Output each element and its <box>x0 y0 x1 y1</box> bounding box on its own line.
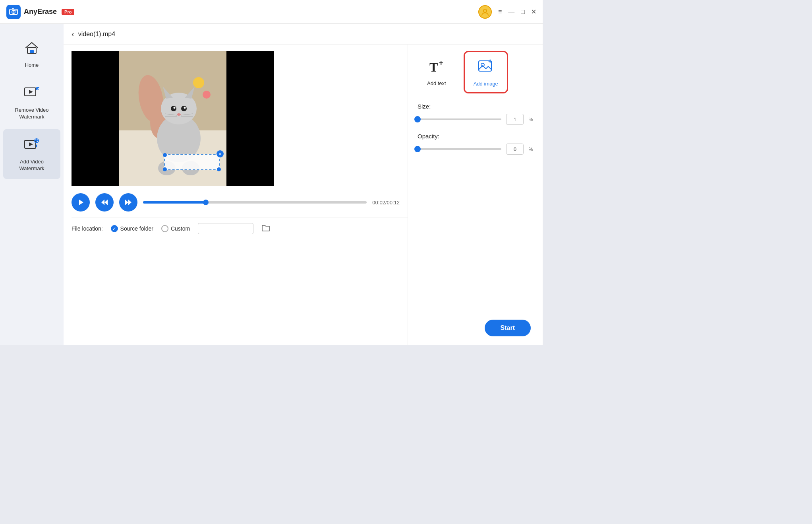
opacity-value-box: 0 <box>506 144 524 155</box>
rewind-button[interactable] <box>95 193 114 212</box>
svg-marker-39 <box>101 200 104 205</box>
size-label: Size: <box>418 103 533 110</box>
handle-bl[interactable] <box>163 167 167 171</box>
svg-marker-40 <box>104 200 108 205</box>
opacity-value: 0 <box>514 146 516 152</box>
opacity-slider[interactable] <box>418 148 501 150</box>
time-display: 00:02/00:12 <box>372 200 400 206</box>
opacity-label: Opacity: <box>418 133 533 140</box>
logo-icon <box>6 5 21 19</box>
svg-text:+: + <box>439 59 443 67</box>
opacity-pct: % <box>528 146 533 152</box>
custom-radio[interactable] <box>161 225 168 232</box>
selection-box[interactable]: ✕ <box>164 154 220 170</box>
content-header: ‹ video(1).mp4 <box>64 24 543 45</box>
size-pct: % <box>528 116 533 122</box>
custom-path-input[interactable] <box>198 223 253 234</box>
user-avatar[interactable] <box>478 5 492 19</box>
source-folder-option[interactable]: Source folder <box>111 225 153 232</box>
add-text-button[interactable]: T + Add text <box>418 51 456 93</box>
svg-marker-38 <box>79 200 83 205</box>
svg-text:+: + <box>488 58 492 64</box>
sidebar-item-remove-video[interactable]: ✕ Remove VideoWatermark <box>3 78 60 128</box>
opacity-slider-row: 0 % <box>418 144 533 155</box>
titlebar-right: ≡ — □ ✕ <box>478 5 536 19</box>
svg-point-27 <box>174 107 176 109</box>
size-thumb[interactable] <box>414 116 421 122</box>
handle-tl[interactable] <box>163 153 167 157</box>
sidebar-home-label: Home <box>25 62 39 69</box>
size-slider[interactable] <box>418 118 501 120</box>
size-slider-row: 1 % <box>418 114 533 125</box>
svg-point-37 <box>203 91 211 99</box>
content-area: ‹ video(1).mp4 <box>64 24 543 345</box>
fast-forward-button[interactable] <box>119 193 137 212</box>
svg-marker-9 <box>29 90 33 94</box>
custom-option[interactable]: Custom <box>161 225 190 232</box>
video-black-left <box>72 51 119 186</box>
sidebar-remove-label: Remove VideoWatermark <box>15 107 48 120</box>
svg-text:T: T <box>429 60 438 74</box>
add-text-label: Add text <box>427 80 446 86</box>
selection-close-button[interactable]: ✕ <box>217 150 224 157</box>
add-image-button[interactable]: + Add image <box>464 51 508 93</box>
play-button[interactable] <box>72 193 90 212</box>
video-panel: ✕ <box>64 45 408 345</box>
remove-video-icon: ✕ <box>23 85 40 104</box>
svg-marker-13 <box>29 142 33 146</box>
svg-text:✕: ✕ <box>37 87 40 91</box>
folder-browse-button[interactable] <box>261 223 270 234</box>
add-image-label: Add image <box>474 81 498 87</box>
svg-point-5 <box>483 9 487 12</box>
file-location-bar: File location: Source folder Custom <box>72 217 408 240</box>
sidebar-item-add-video[interactable]: Add VideoWatermark <box>3 129 60 179</box>
menu-icon[interactable]: ≡ <box>498 8 502 16</box>
svg-marker-42 <box>128 200 131 205</box>
main-layout: Home ✕ Remove VideoWatermark <box>0 24 543 345</box>
pro-badge: Pro <box>62 9 74 15</box>
svg-point-29 <box>177 113 181 116</box>
sidebar-add-label: Add VideoWatermark <box>19 159 44 172</box>
svg-point-28 <box>184 107 186 109</box>
video-area: ✕ <box>64 45 543 345</box>
right-panel: T + Add text <box>408 45 543 345</box>
add-text-icon: T + <box>428 57 445 78</box>
sidebar-item-home[interactable]: Home <box>3 33 60 76</box>
svg-point-26 <box>181 106 187 111</box>
add-video-icon <box>23 136 40 155</box>
svg-point-25 <box>171 106 176 111</box>
maximize-icon[interactable]: □ <box>521 8 525 16</box>
svg-point-2 <box>13 11 14 12</box>
svg-rect-7 <box>30 50 34 53</box>
minimize-icon[interactable]: — <box>508 8 514 16</box>
source-folder-radio[interactable] <box>111 225 118 232</box>
file-location-label: File location: <box>72 225 103 232</box>
video-frame: ✕ <box>72 51 274 186</box>
custom-label: Custom <box>171 225 190 232</box>
video-title: video(1).mp4 <box>78 31 115 38</box>
app-logo: AnyErase Pro <box>6 5 74 19</box>
svg-point-36 <box>193 77 204 88</box>
handle-br[interactable] <box>217 167 221 171</box>
size-control: Size: 1 % <box>418 103 533 125</box>
size-value: 1 <box>514 116 516 122</box>
app-name-label: AnyErase <box>24 8 57 16</box>
sidebar: Home ✕ Remove VideoWatermark <box>0 24 64 345</box>
progress-fill <box>143 201 206 204</box>
size-value-box: 1 <box>506 114 524 125</box>
source-folder-label: Source folder <box>120 225 153 232</box>
video-black-right <box>226 51 274 186</box>
add-image-icon: + <box>477 58 495 78</box>
close-icon[interactable]: ✕ <box>531 8 536 16</box>
playback-controls: 00:02/00:12 <box>72 193 408 212</box>
opacity-thumb[interactable] <box>414 146 421 152</box>
start-button[interactable]: Start <box>485 320 531 336</box>
progress-bar[interactable] <box>143 201 367 204</box>
home-icon <box>23 40 40 59</box>
back-button[interactable]: ‹ <box>72 29 74 39</box>
svg-rect-3 <box>12 8 14 10</box>
toolbar-row: T + Add text <box>418 51 533 93</box>
opacity-control: Opacity: 0 % <box>418 133 533 155</box>
svg-marker-41 <box>125 200 128 205</box>
titlebar: AnyErase Pro ≡ — □ ✕ <box>0 0 543 24</box>
